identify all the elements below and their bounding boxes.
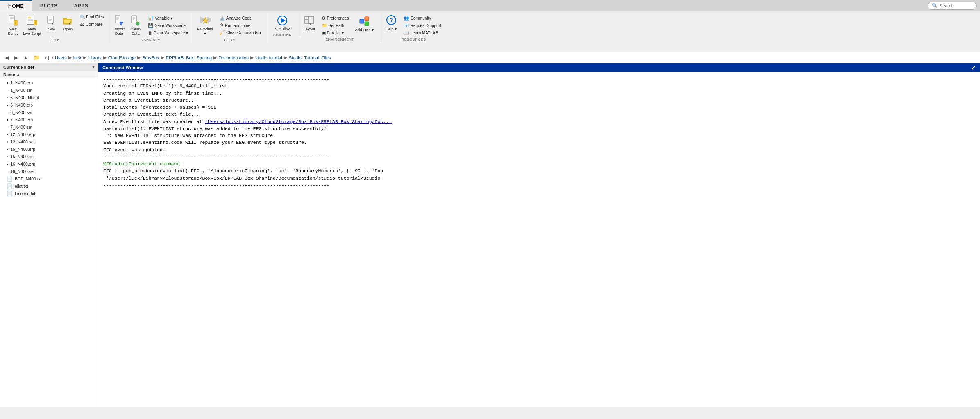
- breadcrumb-arrow-2: ▶: [83, 55, 86, 60]
- list-item[interactable]: 📄elist.txt: [0, 182, 98, 190]
- list-item[interactable]: ▫16_N400.set: [0, 168, 98, 175]
- clean-data-icon: [130, 15, 141, 26]
- list-item[interactable]: 📄BDF_N400.txt: [0, 175, 98, 182]
- help-icon: ?: [386, 15, 397, 26]
- simulink-button[interactable]: Simulink: [273, 14, 291, 32]
- new-script-icon: [7, 15, 18, 26]
- cmd-line: #: New EVENTLIST structure was attached …: [103, 132, 975, 139]
- community-button[interactable]: 👥 Community: [402, 15, 443, 22]
- breadcrumb-erplab[interactable]: ERPLAB_Box_Sharing: [166, 55, 212, 60]
- clear-commands-button[interactable]: 🧹 Clear Commands ▾: [217, 29, 263, 36]
- list-item[interactable]: ▪16_N400.erp: [0, 160, 98, 168]
- breadcrumb-studio-tutorial-files[interactable]: Studio_Tutorial_Files: [289, 55, 331, 60]
- variable-button[interactable]: 📊 Variable ▾: [146, 15, 190, 22]
- set-path-button[interactable]: 📁 Set Path: [320, 22, 351, 29]
- list-item[interactable]: ▪7_N400.erp: [0, 116, 98, 123]
- list-item[interactable]: ▪1_N400.erp: [0, 79, 98, 87]
- analyze-code-button[interactable]: 🔬 Analyze Code: [217, 15, 263, 22]
- list-item[interactable]: ▪6_N400.erp: [0, 101, 98, 109]
- svg-rect-21: [115, 16, 120, 23]
- file-name: 7_N400.erp: [10, 117, 33, 122]
- cmd-line: ----------------------------------------…: [103, 75, 975, 82]
- breadcrumb-boxbox[interactable]: Box-Box: [142, 55, 159, 60]
- compare-button[interactable]: ⚖ Compare: [78, 20, 106, 28]
- add-ons-button[interactable]: Add-Ons ▾: [354, 15, 375, 33]
- ribbon-group-code: ▶▶ Favorites ▾ 🔬 Analyze Code ⏱ Run and …: [193, 13, 266, 43]
- svg-marker-25: [120, 22, 123, 25]
- community-label: Community: [411, 16, 431, 20]
- command-window-title: Command Window: [102, 65, 143, 70]
- parallel-icon: ▣: [322, 30, 326, 36]
- find-files-button[interactable]: 🔍 Find Files: [78, 14, 106, 20]
- help-button[interactable]: ? Help ▾: [383, 14, 399, 32]
- parallel-label: Parallel ▾: [327, 31, 344, 35]
- simulink-label: Simulink: [275, 27, 290, 31]
- save-workspace-label: Save Workspace: [155, 23, 186, 28]
- breadcrumb-documentation[interactable]: Documentation: [218, 55, 249, 60]
- command-window-expand[interactable]: ⤢: [971, 64, 976, 71]
- folder-icon-btn[interactable]: 📁: [32, 54, 41, 61]
- breadcrumb-arrow-3: ▶: [103, 55, 107, 60]
- new-script-button[interactable]: New Script: [5, 14, 20, 37]
- list-item[interactable]: ▫1_N400.set: [0, 87, 98, 94]
- help-label: Help ▾: [386, 27, 397, 31]
- new-live-script-label: New Live Script: [23, 27, 41, 36]
- preferences-button[interactable]: ⚙ Preferences: [320, 15, 351, 22]
- list-item[interactable]: ▪15_N400.erp: [0, 146, 98, 153]
- breadcrumb-luck[interactable]: luck: [73, 55, 82, 60]
- request-support-button[interactable]: 📧 Request Support: [402, 22, 443, 29]
- save-workspace-icon: 💾: [148, 23, 154, 28]
- cmd-line: EEG.event was updated.: [103, 146, 975, 153]
- list-item[interactable]: ▪12_N400.erp: [0, 131, 98, 138]
- run-and-time-button[interactable]: ⏱ Run and Time: [217, 22, 263, 29]
- ribbon-group-variable: Import Data Clean Data 📊 Variable ▾ 💾 Sa…: [109, 13, 193, 43]
- parallel-button[interactable]: ▣ Parallel ▾: [320, 30, 351, 36]
- folder-panel-title: Current Folder: [3, 65, 34, 70]
- ribbon-group-environment: ▾ Layout ⚙ Preferences 📁 Set Path ▣ Para…: [299, 13, 381, 42]
- request-support-label: Request Support: [411, 23, 441, 28]
- breadcrumb-cloudstorage[interactable]: CloudStorage: [108, 55, 136, 60]
- svg-rect-26: [132, 16, 136, 23]
- clear-workspace-button[interactable]: 🗑 Clear Workspace ▾: [146, 30, 190, 36]
- tab-plots[interactable]: PLOTS: [32, 0, 66, 11]
- folder-col-name-label: Name ▲: [3, 72, 20, 77]
- breadcrumb-arrow-8: ▶: [284, 55, 287, 60]
- breadcrumb-library[interactable]: Library: [88, 55, 102, 60]
- new-live-script-button[interactable]: New Live Script: [21, 14, 43, 37]
- eventlist-link[interactable]: /Users/luck/Library/CloudStorage/Box-Box…: [205, 119, 391, 124]
- breadcrumb-users[interactable]: Users: [55, 55, 67, 60]
- file-icon: ▪: [7, 80, 8, 86]
- tab-home[interactable]: HOME: [0, 0, 32, 11]
- list-item[interactable]: ▫12_N400.set: [0, 138, 98, 146]
- new-button[interactable]: ▾ New: [43, 14, 59, 32]
- tab-apps[interactable]: APPS: [66, 0, 97, 11]
- forward-button[interactable]: ▶: [12, 54, 20, 61]
- clean-data-button[interactable]: Clean Data: [128, 14, 143, 37]
- back-button[interactable]: ◀: [3, 54, 11, 61]
- up-button[interactable]: ▲: [21, 54, 30, 61]
- search-input[interactable]: [939, 3, 972, 8]
- layout-button[interactable]: ▾ Layout: [302, 14, 317, 32]
- list-item[interactable]: ▫6_N400_filt.set: [0, 94, 98, 101]
- favorites-icon: ▶▶: [200, 15, 211, 26]
- tab-bar: HOME PLOTS APPS 🔍: [0, 0, 980, 11]
- save-workspace-button[interactable]: 💾 Save Workspace: [146, 22, 190, 29]
- list-item[interactable]: ▫15_N400.set: [0, 153, 98, 160]
- command-content[interactable]: ----------------------------------------…: [98, 72, 980, 407]
- file-icon: ▪: [7, 102, 8, 108]
- open-button[interactable]: ▾ Open: [60, 14, 75, 32]
- file-name: 12_N400.set: [10, 139, 35, 144]
- breadcrumb-studio-tutorial[interactable]: studio tutorial: [255, 55, 282, 60]
- learn-matlab-button[interactable]: 📖 Learn MATLAB: [402, 30, 443, 36]
- list-item[interactable]: ▫7_N400.set: [0, 123, 98, 131]
- list-item[interactable]: ▫6_N400.set: [0, 109, 98, 116]
- folder-panel-expand[interactable]: ▾: [92, 64, 95, 70]
- community-icon: 👥: [404, 16, 409, 21]
- import-data-button[interactable]: Import Data: [111, 14, 127, 37]
- list-item[interactable]: 📄License.txt: [0, 190, 98, 197]
- addressbar: ◀ ▶ ▲ 📁 ◁ / Users ▶ luck ▶ Library ▶ Clo…: [0, 52, 980, 63]
- favorites-button[interactable]: ▶▶ Favorites ▾: [195, 14, 215, 37]
- file-name: 16_N400.set: [10, 169, 35, 174]
- import-data-label: Import Data: [113, 27, 125, 36]
- prev-folder-btn[interactable]: ◁: [43, 54, 50, 61]
